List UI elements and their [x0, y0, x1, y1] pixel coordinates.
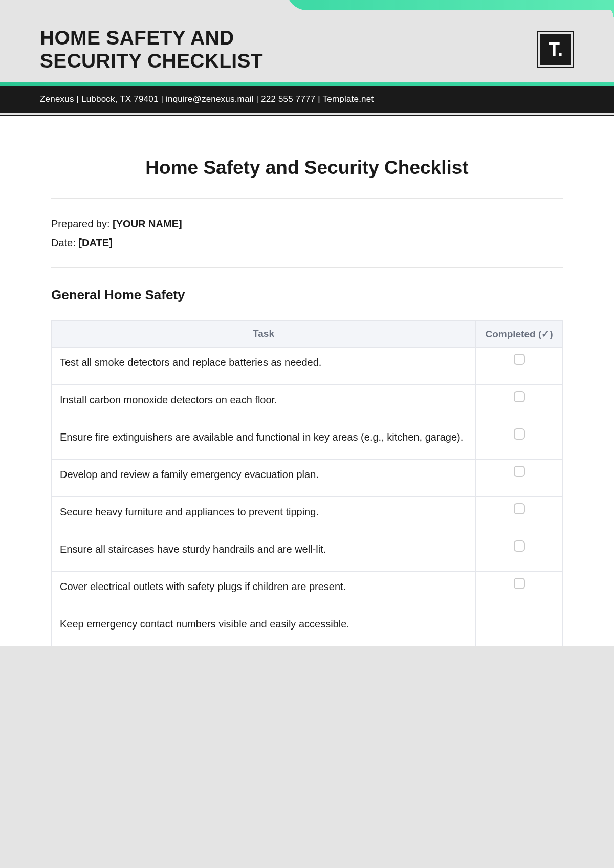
table-row: Install carbon monoxide detectors on eac… — [52, 384, 563, 422]
document-body: Home Safety and Security Checklist Prepa… — [0, 116, 614, 646]
task-cell: Secure heavy furniture and appliances to… — [52, 496, 476, 534]
checkbox[interactable] — [514, 578, 525, 589]
completed-cell — [476, 459, 563, 496]
prepared-by-value: [YOUR NAME] — [113, 218, 182, 229]
header-title: HOME SAFETY AND SECURITY CHECKLIST — [40, 27, 263, 73]
task-cell: Develop and review a family emergency ev… — [52, 459, 476, 496]
date-line: Date: [DATE] — [51, 237, 563, 249]
task-cell: Keep emergency contact numbers visible a… — [52, 609, 476, 646]
completed-cell — [476, 384, 563, 422]
meta-block: Prepared by: [YOUR NAME] Date: [DATE] — [51, 218, 563, 249]
checkbox[interactable] — [514, 540, 525, 552]
task-cell: Test all smoke detectors and replace bat… — [52, 347, 476, 384]
date-value: [DATE] — [78, 237, 112, 248]
header-area: HOME SAFETY AND SECURITY CHECKLIST T. — [0, 0, 614, 82]
prepared-by-label: Prepared by: — [51, 218, 113, 229]
document-title: Home Safety and Security Checklist — [51, 157, 563, 179]
green-divider — [0, 82, 614, 86]
date-label: Date: — [51, 237, 78, 248]
horizontal-rule — [51, 198, 563, 199]
table-row: Ensure all staircases have sturdy handra… — [52, 534, 563, 571]
task-cell: Cover electrical outlets with safety plu… — [52, 571, 476, 609]
section-title: General Home Safety — [51, 287, 563, 303]
logo: T. — [537, 31, 574, 68]
completed-cell — [476, 571, 563, 609]
table-row: Cover electrical outlets with safety plu… — [52, 571, 563, 609]
checkbox[interactable] — [514, 503, 525, 514]
column-header-completed: Completed (✓) — [476, 320, 563, 347]
info-bar: Zenexus | Lubbock, TX 79401 | inquire@ze… — [0, 86, 614, 113]
completed-cell — [476, 347, 563, 384]
prepared-by-line: Prepared by: [YOUR NAME] — [51, 218, 563, 230]
completed-cell — [476, 609, 563, 646]
task-cell: Ensure all staircases have sturdy handra… — [52, 534, 476, 571]
checkbox[interactable] — [514, 391, 525, 402]
table-row: Develop and review a family emergency ev… — [52, 459, 563, 496]
table-row: Secure heavy furniture and appliances to… — [52, 496, 563, 534]
checkbox[interactable] — [514, 466, 525, 477]
task-cell: Install carbon monoxide detectors on eac… — [52, 384, 476, 422]
checkbox[interactable] — [514, 354, 525, 365]
table-row: Test all smoke detectors and replace bat… — [52, 347, 563, 384]
completed-cell — [476, 534, 563, 571]
header-title-line2: SECURITY CHECKLIST — [40, 50, 263, 72]
table-row: Keep emergency contact numbers visible a… — [52, 609, 563, 646]
checklist-table: Task Completed (✓) Test all smoke detect… — [51, 320, 563, 646]
completed-cell — [476, 496, 563, 534]
task-cell: Ensure fire extinguishers are available … — [52, 422, 476, 459]
checkbox[interactable] — [514, 428, 525, 440]
header-title-line1: HOME SAFETY AND — [40, 27, 234, 49]
horizontal-rule — [51, 267, 563, 268]
decorative-top-accent — [287, 0, 614, 10]
logo-text: T. — [540, 34, 571, 65]
completed-cell — [476, 422, 563, 459]
column-header-task: Task — [52, 320, 476, 347]
table-row: Ensure fire extinguishers are available … — [52, 422, 563, 459]
table-header-row: Task Completed (✓) — [52, 320, 563, 347]
